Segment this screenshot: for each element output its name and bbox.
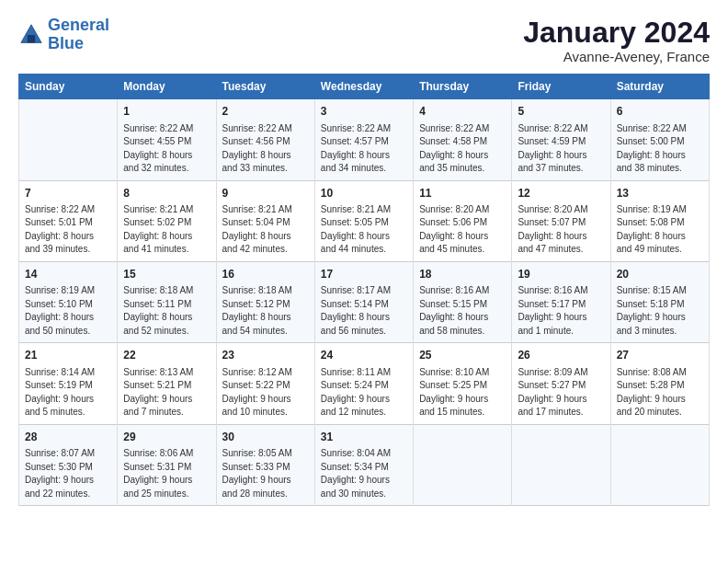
day-number: 19 (518, 267, 604, 282)
calendar-cell: 4Sunrise: 8:22 AMSunset: 4:58 PMDaylight… (414, 99, 512, 180)
day-number: 18 (419, 267, 506, 282)
day-number: 2 (222, 104, 309, 120)
calendar-cell: 7Sunrise: 8:22 AMSunset: 5:01 PMDaylight… (19, 180, 118, 261)
day-info: Sunrise: 8:13 AMSunset: 5:21 PMDaylight:… (123, 366, 210, 419)
day-number: 26 (518, 348, 604, 363)
day-number: 7 (25, 186, 111, 201)
calendar-cell: 18Sunrise: 8:16 AMSunset: 5:15 PMDayligh… (414, 261, 512, 342)
calendar-cell: 1Sunrise: 8:22 AMSunset: 4:55 PMDaylight… (118, 99, 216, 180)
day-number: 30 (222, 430, 309, 445)
calendar-cell: 8Sunrise: 8:21 AMSunset: 5:02 PMDaylight… (118, 180, 216, 261)
weekday-header-wednesday: Wednesday (314, 75, 413, 99)
day-number: 31 (321, 430, 407, 445)
weekday-header-row: SundayMondayTuesdayWednesdayThursdayFrid… (19, 75, 710, 99)
calendar-cell: 3Sunrise: 8:22 AMSunset: 4:57 PMDaylight… (314, 99, 413, 180)
day-info: Sunrise: 8:18 AMSunset: 5:12 PMDaylight:… (222, 284, 309, 338)
month-title: January 2024 (523, 17, 710, 49)
weekday-header-friday: Friday (512, 75, 610, 99)
day-number: 6 (617, 104, 703, 120)
day-info: Sunrise: 8:11 AMSunset: 5:24 PMDaylight:… (321, 366, 407, 419)
day-number: 28 (25, 430, 111, 445)
day-info: Sunrise: 8:22 AMSunset: 4:56 PMDaylight:… (222, 122, 309, 176)
day-info: Sunrise: 8:20 AMSunset: 5:06 PMDaylight:… (419, 203, 506, 257)
title-block: January 2024 Avanne-Aveney, France (523, 17, 710, 64)
calendar-cell: 5Sunrise: 8:22 AMSunset: 4:59 PMDaylight… (512, 99, 610, 180)
weekday-header-tuesday: Tuesday (216, 75, 314, 99)
day-info: Sunrise: 8:22 AMSunset: 5:01 PMDaylight:… (25, 203, 111, 257)
day-info: Sunrise: 8:17 AMSunset: 5:14 PMDaylight:… (321, 284, 407, 338)
calendar-cell: 28Sunrise: 8:07 AMSunset: 5:30 PMDayligh… (19, 424, 118, 505)
week-row-4: 21Sunrise: 8:14 AMSunset: 5:19 PMDayligh… (19, 343, 710, 424)
day-info: Sunrise: 8:21 AMSunset: 5:02 PMDaylight:… (123, 203, 210, 257)
calendar-cell: 14Sunrise: 8:19 AMSunset: 5:10 PMDayligh… (19, 261, 118, 342)
day-info: Sunrise: 8:20 AMSunset: 5:07 PMDaylight:… (518, 203, 604, 257)
day-info: Sunrise: 8:22 AMSunset: 4:57 PMDaylight:… (321, 122, 407, 176)
weekday-header-thursday: Thursday (414, 75, 512, 99)
day-info: Sunrise: 8:22 AMSunset: 4:55 PMDaylight:… (123, 122, 210, 176)
page-container: General Blue January 2024 Avanne-Aveney,… (0, 0, 728, 515)
day-info: Sunrise: 8:21 AMSunset: 5:05 PMDaylight:… (321, 203, 407, 257)
day-number: 17 (321, 267, 407, 282)
page-header: General Blue January 2024 Avanne-Aveney,… (18, 17, 710, 64)
logo-text: General Blue (48, 17, 109, 53)
calendar-cell: 20Sunrise: 8:15 AMSunset: 5:18 PMDayligh… (610, 261, 709, 342)
calendar-cell: 13Sunrise: 8:19 AMSunset: 5:08 PMDayligh… (610, 180, 709, 261)
calendar-cell: 27Sunrise: 8:08 AMSunset: 5:28 PMDayligh… (610, 343, 709, 424)
calendar-cell: 11Sunrise: 8:20 AMSunset: 5:06 PMDayligh… (414, 180, 512, 261)
logo-icon (18, 22, 44, 48)
svg-rect-2 (28, 35, 35, 42)
day-number: 21 (25, 348, 111, 363)
day-info: Sunrise: 8:08 AMSunset: 5:28 PMDaylight:… (617, 366, 703, 419)
day-info: Sunrise: 8:22 AMSunset: 5:00 PMDaylight:… (617, 122, 703, 176)
calendar-cell: 29Sunrise: 8:06 AMSunset: 5:31 PMDayligh… (118, 424, 216, 505)
calendar-cell: 22Sunrise: 8:13 AMSunset: 5:21 PMDayligh… (118, 343, 216, 424)
day-info: Sunrise: 8:15 AMSunset: 5:18 PMDaylight:… (617, 284, 703, 338)
calendar-cell: 24Sunrise: 8:11 AMSunset: 5:24 PMDayligh… (314, 343, 413, 424)
day-number: 29 (123, 430, 210, 445)
day-info: Sunrise: 8:06 AMSunset: 5:31 PMDaylight:… (123, 447, 210, 500)
day-number: 8 (123, 186, 210, 201)
day-number: 5 (518, 104, 604, 120)
week-row-3: 14Sunrise: 8:19 AMSunset: 5:10 PMDayligh… (19, 261, 710, 342)
day-info: Sunrise: 8:09 AMSunset: 5:27 PMDaylight:… (518, 366, 604, 419)
day-number: 1 (123, 104, 210, 120)
day-info: Sunrise: 8:10 AMSunset: 5:25 PMDaylight:… (419, 366, 506, 419)
calendar-cell (512, 424, 610, 505)
calendar-cell: 17Sunrise: 8:17 AMSunset: 5:14 PMDayligh… (314, 261, 413, 342)
day-info: Sunrise: 8:22 AMSunset: 4:58 PMDaylight:… (419, 122, 506, 176)
day-number: 27 (617, 348, 703, 363)
day-info: Sunrise: 8:07 AMSunset: 5:30 PMDaylight:… (25, 447, 111, 500)
day-number: 9 (222, 186, 309, 201)
calendar-cell (414, 424, 512, 505)
day-number: 11 (419, 186, 506, 201)
calendar-cell: 10Sunrise: 8:21 AMSunset: 5:05 PMDayligh… (314, 180, 413, 261)
day-info: Sunrise: 8:22 AMSunset: 4:59 PMDaylight:… (518, 122, 604, 176)
calendar-cell: 31Sunrise: 8:04 AMSunset: 5:34 PMDayligh… (314, 424, 413, 505)
day-info: Sunrise: 8:14 AMSunset: 5:19 PMDaylight:… (25, 366, 111, 419)
logo: General Blue (18, 17, 109, 53)
calendar-table: SundayMondayTuesdayWednesdayThursdayFrid… (18, 74, 710, 506)
day-number: 25 (419, 348, 506, 363)
calendar-cell: 19Sunrise: 8:16 AMSunset: 5:17 PMDayligh… (512, 261, 610, 342)
week-row-5: 28Sunrise: 8:07 AMSunset: 5:30 PMDayligh… (19, 424, 710, 505)
day-number: 23 (222, 348, 309, 363)
logo-line2: Blue (48, 34, 84, 52)
day-number: 13 (617, 186, 703, 201)
day-number: 10 (321, 186, 407, 201)
day-number: 20 (617, 267, 703, 282)
day-number: 12 (518, 186, 604, 201)
calendar-cell (19, 99, 118, 180)
calendar-cell: 12Sunrise: 8:20 AMSunset: 5:07 PMDayligh… (512, 180, 610, 261)
calendar-cell: 2Sunrise: 8:22 AMSunset: 4:56 PMDaylight… (216, 99, 314, 180)
calendar-cell: 30Sunrise: 8:05 AMSunset: 5:33 PMDayligh… (216, 424, 314, 505)
day-number: 3 (321, 104, 407, 120)
calendar-cell: 23Sunrise: 8:12 AMSunset: 5:22 PMDayligh… (216, 343, 314, 424)
day-info: Sunrise: 8:16 AMSunset: 5:17 PMDaylight:… (518, 284, 604, 338)
day-info: Sunrise: 8:04 AMSunset: 5:34 PMDaylight:… (321, 447, 407, 500)
weekday-header-saturday: Saturday (610, 75, 709, 99)
day-number: 4 (419, 104, 506, 120)
weekday-header-monday: Monday (118, 75, 216, 99)
weekday-header-sunday: Sunday (19, 75, 118, 99)
day-info: Sunrise: 8:16 AMSunset: 5:15 PMDaylight:… (419, 284, 506, 338)
location: Avanne-Aveney, France (523, 49, 710, 64)
